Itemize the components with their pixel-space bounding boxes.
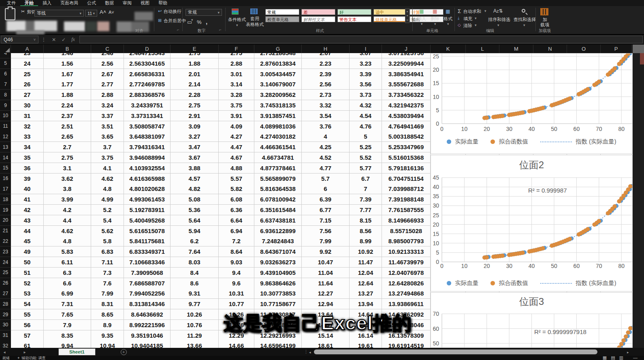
row-header-31[interactable]: 31: [0, 330, 11, 341]
cell-C24[interactable]: 7.11: [91, 257, 124, 268]
column-header-B[interactable]: B: [44, 45, 91, 53]
cell-G31[interactable]: 12.29216993: [254, 330, 302, 341]
cell-F16[interactable]: 5.57: [219, 174, 254, 184]
row-header-29[interactable]: 29: [0, 309, 11, 320]
scroll-left-icon[interactable]: ◂: [309, 350, 311, 354]
cell-D25[interactable]: 7.39095068: [124, 268, 171, 278]
column-header-J[interactable]: J: [382, 45, 431, 53]
cell-E11[interactable]: 3.09: [171, 121, 219, 132]
cell-J27[interactable]: 13.27494868: [382, 288, 431, 299]
column-header-A[interactable]: A: [11, 45, 44, 53]
ribbon-tab-公式[interactable]: 公式: [83, 0, 100, 6]
cell-H4[interactable]: 2.07: [302, 53, 350, 58]
cell-D17[interactable]: 4.801020628: [124, 184, 171, 194]
column-header-G[interactable]: G: [254, 45, 302, 53]
column-header-E[interactable]: E: [171, 45, 219, 53]
cell-I28[interactable]: 13.94: [350, 299, 382, 309]
cell-D28[interactable]: 8.313814346: [124, 299, 171, 309]
row-header-26[interactable]: 26: [0, 278, 11, 289]
column-header-M[interactable]: M: [499, 45, 533, 53]
cell-H32[interactable]: 18.61: [302, 341, 350, 348]
cell-I11[interactable]: 4.76: [350, 121, 382, 132]
cell-H7[interactable]: 2.56: [302, 79, 350, 90]
conditional-formatting-button[interactable]: 条件格式: [228, 17, 246, 23]
legend-item[interactable]: 拟合函数值: [490, 279, 528, 287]
cell-style-计算[interactable]: 计算: [409, 9, 444, 15]
row-header-18[interactable]: 18: [0, 194, 11, 205]
cell-F4[interactable]: 2.75: [219, 53, 254, 58]
autosum-button[interactable]: 自动求和: [463, 9, 481, 15]
cell-E9[interactable]: 2.75: [171, 100, 219, 111]
cell-G29[interactable]: 11.27030817: [254, 309, 302, 320]
cell-A13[interactable]: 34: [11, 142, 44, 152]
cell-style-常规[interactable]: 常规: [265, 9, 299, 15]
cell-F30[interactable]: 11.76: [219, 320, 254, 330]
cell-G11[interactable]: 4.089981036: [254, 121, 302, 132]
cell-C13[interactable]: 3.7: [91, 142, 124, 152]
cell-F8[interactable]: 3.28: [219, 90, 254, 100]
font-size-select[interactable]: 11▾: [85, 10, 97, 17]
cell-H24[interactable]: 10.47: [302, 257, 350, 268]
cell-J16[interactable]: 6.704751154: [382, 174, 431, 184]
cell-A29[interactable]: 55: [11, 309, 44, 320]
next-sheet-icon[interactable]: ▸: [20, 350, 29, 354]
cell-D20[interactable]: 5.400495268: [124, 215, 171, 226]
cell-C18[interactable]: 4.99: [91, 194, 124, 205]
cell-A24[interactable]: 50: [11, 257, 44, 268]
cell-G30[interactable]: 11.76848416: [254, 320, 302, 330]
cell-F11[interactable]: 4.09: [219, 121, 254, 132]
cell-B29[interactable]: 7.65: [44, 309, 91, 320]
cell-J28[interactable]: 13.93869611: [382, 299, 431, 309]
cell-C27[interactable]: 7.99: [91, 288, 124, 299]
cell-I26[interactable]: 12.64: [350, 278, 382, 289]
cell-D4[interactable]: 2.464715543: [124, 53, 171, 58]
cell-B4[interactable]: 1.46: [44, 53, 91, 58]
cell-D19[interactable]: 5.192783911: [124, 205, 171, 215]
cell-F29[interactable]: 11.26: [219, 309, 254, 320]
cell-B18[interactable]: 3.99: [44, 194, 91, 205]
cell-H10[interactable]: 3.54: [302, 111, 350, 121]
cell-style-检查单元格[interactable]: 检查单元格: [265, 16, 299, 22]
cancel-entry-icon[interactable]: ✕: [49, 37, 59, 43]
cell-B23[interactable]: 5.83: [44, 246, 91, 257]
cell-A31[interactable]: 57: [11, 330, 44, 341]
cell-E16[interactable]: 4.57: [171, 174, 219, 184]
row-header-22[interactable]: 22: [0, 236, 11, 246]
cell-D14[interactable]: 3.946088994: [124, 152, 171, 163]
cell-I21[interactable]: 8.56: [350, 226, 382, 236]
cell-C23[interactable]: 6.83: [91, 246, 124, 257]
column-header-q-partial[interactable]: [633, 45, 644, 53]
cell-A27[interactable]: 53: [11, 288, 44, 299]
cell-J9[interactable]: 4.321942375: [382, 100, 431, 111]
cell-F9[interactable]: 3.75: [219, 100, 254, 111]
row-header-4[interactable]: 4: [0, 53, 11, 58]
cell-C14[interactable]: 3.75: [91, 152, 124, 163]
cell-E12[interactable]: 3.27: [171, 131, 219, 142]
legend-item[interactable]: 指数 (实际血量): [540, 279, 616, 287]
cell-I16[interactable]: 6.7: [350, 174, 382, 184]
cell-I23[interactable]: 10.92: [350, 246, 382, 257]
cell-B10[interactable]: 2.37: [44, 111, 91, 121]
cell-H12[interactable]: 4: [302, 131, 350, 142]
cell-D11[interactable]: 3.508058747: [124, 121, 171, 132]
cell-H6[interactable]: 2.39: [302, 69, 350, 79]
legend-item[interactable]: 拟合函数值: [490, 138, 528, 146]
cell-style-链接单元格[interactable]: 链接单元格: [373, 16, 407, 22]
cell-H29[interactable]: 13.64: [302, 309, 350, 320]
cell-J4[interactable]: 3.071925756: [382, 53, 431, 58]
dialog-launcher-icon[interactable]: ⌐: [177, 28, 179, 32]
cell-G12[interactable]: 4.274030182: [254, 131, 302, 142]
cell-A25[interactable]: 51: [11, 268, 44, 278]
cell-I15[interactable]: 5.77: [350, 163, 382, 174]
cell-D30[interactable]: 8.992221596: [124, 320, 171, 330]
row-header-28[interactable]: 28: [0, 299, 11, 309]
number-format-select[interactable]: 常规▾: [186, 9, 222, 16]
cell-C21[interactable]: 5.62: [91, 226, 124, 236]
cell-J24[interactable]: 11.46739979: [382, 257, 431, 268]
cell-G9[interactable]: 3.745318135: [254, 100, 302, 111]
cell-H30[interactable]: 14.37: [302, 320, 350, 330]
cell-A32[interactable]: 61: [11, 341, 44, 348]
cell-D15[interactable]: 4.103932554: [124, 163, 171, 174]
sheet-tab-active[interactable]: Sheet1: [58, 348, 96, 356]
cell-J18[interactable]: 7.391988148: [382, 194, 431, 205]
